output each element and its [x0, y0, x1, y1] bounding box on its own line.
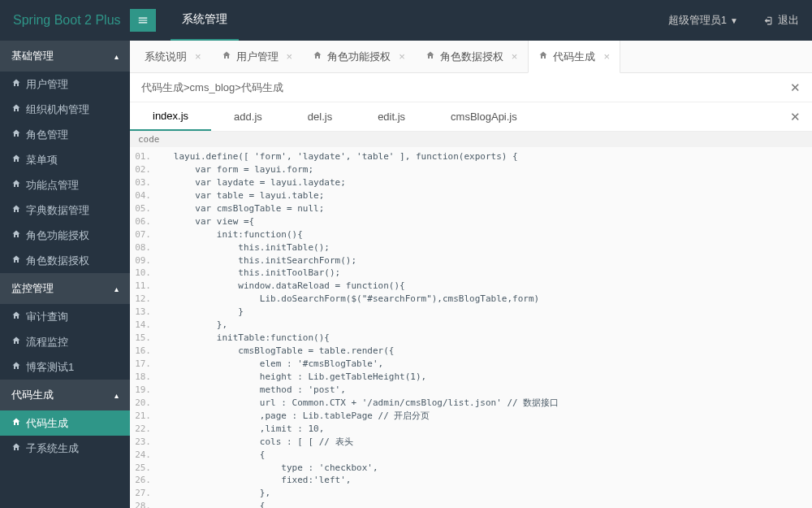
line-content: this.initSearchForm();: [158, 254, 356, 267]
sidebar-item-blog-test1[interactable]: 博客测试1: [0, 354, 130, 380]
home-icon: [11, 179, 21, 191]
sidebar-item-dict-mgmt[interactable]: 字典数据管理: [0, 198, 130, 223]
code-caption: code: [130, 132, 812, 147]
code-line: 17. elem : '#cmsBlogTable',: [130, 358, 812, 371]
sidebar-group-header[interactable]: 基础管理▴: [0, 41, 130, 72]
home-icon: [11, 103, 21, 115]
sidebar-item-role-mgmt[interactable]: 角色管理: [0, 122, 130, 147]
code-line: 18. height : Lib.getTableHeight(1),: [130, 371, 812, 384]
line-content: fixed:'left',: [158, 474, 351, 487]
line-content: {: [158, 500, 265, 508]
code-line: 22. ,limit : 10,: [130, 423, 812, 436]
line-number: 16.: [130, 345, 158, 358]
line-number: 08.: [130, 241, 158, 254]
sidebar-item-label: 角色数据授权: [26, 254, 89, 268]
sidebar-item-subsystem-gen[interactable]: 子系统生成: [0, 436, 130, 461]
line-content: var laydate = layui.laydate;: [158, 176, 346, 189]
tab-close-icon[interactable]: ×: [195, 50, 201, 63]
sidebar-item-process-monitor[interactable]: 流程监控: [0, 329, 130, 354]
code-line: 26. fixed:'left',: [130, 474, 812, 487]
content-tabs: 系统说明×用户管理×角色功能授权×角色数据授权×代码生成×: [130, 41, 812, 73]
home-icon: [11, 204, 21, 216]
tab-close-icon[interactable]: ×: [512, 50, 518, 63]
home-icon: [222, 50, 231, 63]
line-content: height : Lib.getTableHeight(1),: [158, 371, 426, 384]
filetab-index[interactable]: index.js: [130, 102, 211, 131]
home-icon: [11, 417, 21, 429]
line-number: 26.: [130, 474, 158, 487]
line-number: 14.: [130, 319, 158, 332]
sidebar-toggle-button[interactable]: [130, 9, 156, 32]
line-content: cmsBlogTable = table.render({: [158, 345, 394, 358]
close-panel-button[interactable]: ✕: [790, 80, 801, 95]
line-number: 27.: [130, 487, 158, 500]
home-icon: [11, 78, 21, 90]
file-tabs-close-icon[interactable]: ✕: [790, 110, 801, 124]
line-number: 20.: [130, 397, 158, 410]
tab-label: 系统说明: [145, 50, 187, 64]
sidebar-item-org-mgmt[interactable]: 组织机构管理: [0, 97, 130, 122]
code-line: 16. cmsBlogTable = table.render({: [130, 345, 812, 358]
tab-close-icon[interactable]: ×: [603, 50, 610, 63]
filetab-api[interactable]: cmsBlogApi.js: [428, 102, 540, 131]
sidebar-item-role-data-auth[interactable]: 角色数据授权: [0, 248, 130, 273]
line-content: Lib.doSearchForm($("#searchForm"),cmsBlo…: [158, 293, 539, 306]
tab-close-icon[interactable]: ×: [287, 50, 293, 63]
sidebar-item-user-mgmt[interactable]: 用户管理: [0, 72, 130, 97]
tab-close-icon[interactable]: ×: [399, 50, 405, 63]
code-line: 06. var view ={: [130, 215, 812, 228]
line-content: ,page : Lib.tablePage // 开启分页: [158, 410, 430, 423]
tab-user-mgmt[interactable]: 用户管理×: [212, 41, 304, 72]
code-line: 03. var laydate = layui.laydate;: [130, 176, 812, 189]
chevron-up-icon: ▴: [114, 391, 119, 400]
code-line: 19. method : 'post',: [130, 384, 812, 397]
sidebar-item-audit[interactable]: 审计查询: [0, 304, 130, 329]
code-line: 08. this.initTable();: [130, 241, 812, 254]
tab-role-data-auth[interactable]: 角色数据授权×: [416, 41, 529, 72]
code-line: 04. var table = layui.table;: [130, 189, 812, 202]
code-line: 13. }: [130, 306, 812, 319]
code-line: 23. cols : [ [ // 表头: [130, 436, 812, 449]
line-content: var view ={: [158, 215, 254, 228]
line-content: var table = layui.table;: [158, 189, 324, 202]
code-line: 14. },: [130, 319, 812, 332]
tab-system-desc[interactable]: 系统说明×: [135, 41, 212, 72]
sidebar-item-label: 功能点管理: [26, 178, 79, 193]
line-content: {: [158, 449, 265, 462]
logout-button[interactable]: 退出: [749, 13, 812, 28]
tab-codegen[interactable]: 代码生成×: [528, 41, 620, 73]
filetab-del[interactable]: del.js: [285, 102, 355, 131]
code-line: 25. type : 'checkbox',: [130, 462, 812, 475]
current-user-menu[interactable]: 超级管理员1 ▼: [657, 13, 749, 28]
sidebar-group-header[interactable]: 监控管理▴: [0, 273, 130, 304]
line-content: url : Common.CTX + '/admin/cmsBlog/list.…: [158, 397, 559, 410]
line-number: 13.: [130, 306, 158, 319]
line-number: 24.: [130, 449, 158, 462]
line-content: elem : '#cmsBlogTable',: [158, 358, 383, 371]
filetab-edit[interactable]: edit.js: [355, 102, 428, 131]
sidebar-item-label: 字典数据管理: [26, 203, 89, 218]
line-number: 28.: [130, 500, 158, 508]
sidebar-item-menu[interactable]: 菜单项: [0, 147, 130, 172]
filetab-add[interactable]: add.js: [211, 102, 285, 131]
tab-label: 角色数据授权: [440, 50, 503, 64]
tab-role-func-auth[interactable]: 角色功能授权×: [303, 41, 416, 72]
home-icon: [11, 128, 21, 141]
code-line: 15. initTable:function(){: [130, 332, 812, 345]
sidebar-item-label: 菜单项: [26, 153, 58, 167]
code-viewer[interactable]: 01. layui.define([ 'form', 'laydate', 't…: [130, 147, 812, 508]
line-number: 07.: [130, 228, 158, 241]
sidebar-item-func-mgmt[interactable]: 功能点管理: [0, 172, 130, 198]
sidebar-item-role-func-auth[interactable]: 角色功能授权: [0, 223, 130, 248]
line-content: method : 'post',: [158, 384, 346, 397]
code-line: 10. this.initToolBar();: [130, 267, 812, 280]
topnav-system-mgmt[interactable]: 系统管理: [171, 0, 239, 41]
sidebar-group-header[interactable]: 代码生成▴: [0, 380, 130, 410]
sidebar-item-codegen[interactable]: 代码生成: [0, 410, 130, 436]
line-number: 15.: [130, 332, 158, 345]
line-number: 09.: [130, 254, 158, 267]
chevron-up-icon: ▴: [114, 52, 119, 61]
line-content: },: [158, 319, 227, 332]
home-icon: [11, 361, 21, 373]
line-content: layui.define([ 'form', 'laydate', 'table…: [158, 150, 518, 163]
